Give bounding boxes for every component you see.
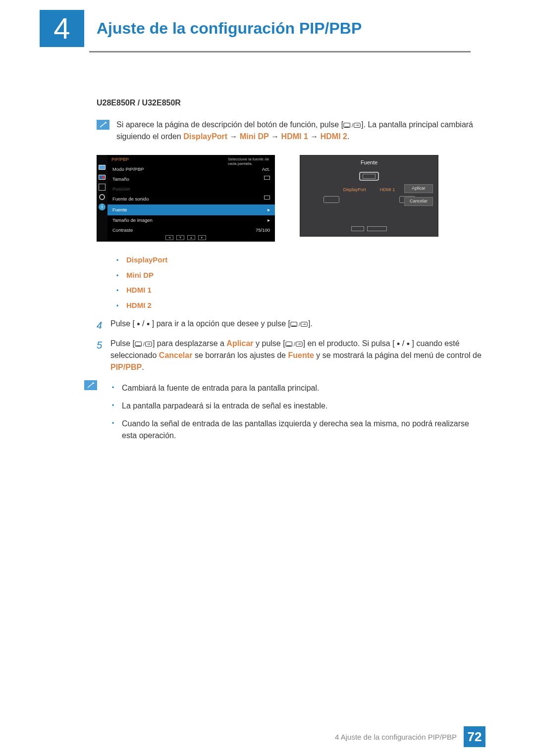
svg-text:/: / [352,122,353,128]
list-item: DisplayPort [126,255,167,264]
chevron-right-icon: ▸ [268,206,270,213]
svg-text:/: / [299,321,300,327]
step-4: 4 Pulse [ • / • ] para ir a la opción qu… [97,318,485,333]
model-heading: U28E850R / U32E850R [97,97,485,109]
chevron-right-icon: ▸ [268,217,270,224]
power-source-icon: / [135,341,153,348]
osd-menu-screenshot: i PIP/PBP Modo PIP/PBPAct. Tamaño Posici… [97,155,275,242]
svg-rect-9 [136,345,141,346]
src-dialog-title: Fuente [300,155,438,169]
svg-rect-13 [286,345,291,346]
bottom-ports-icon [351,226,387,231]
pip-icon [98,173,107,182]
osd-item-tamano-imagen: Tamaño de imagen▸ [107,215,275,225]
note-icon [84,380,97,390]
info-notes-list: Cambiará la fuente de entrada para la pa… [112,379,485,445]
note-icon [97,120,109,130]
gear-icon [98,193,107,202]
arrows-icon [98,183,107,192]
src-label-dp: DisplayPort [343,187,366,194]
power-source-icon: / [343,122,361,129]
svg-text:/: / [294,341,295,347]
power-source-icon: / [290,321,308,328]
monitor-icon [98,163,107,172]
osd-item-tamano: Tamaño [107,174,275,184]
osd-item-fuente-sonido: Fuente de sonido [107,194,275,204]
note-text: Si aparece la página de descripción del … [116,119,485,143]
chapter-title: Ajuste de la configuración PIP/PBP [97,19,362,38]
list-item: La pantalla parpadeará si la entrada de … [112,397,485,415]
apply-button: Aplicar [404,184,433,193]
src-label-hdmi1: HDMI 1 [380,187,395,194]
svg-text:/: / [143,341,145,347]
cancel-button: Cancelar [404,197,433,206]
list-item: Cuando la señal de entrada de las pantal… [112,415,485,445]
list-item: HDMI 1 [126,286,152,294]
step-5: 5 Pulse [/] para desplazarse a Aplicar y… [97,338,485,373]
osd-item-contraste: Contraste75/100 [107,225,275,235]
osd-hint: Seleccione la fuente de cada pantalla. [228,157,272,166]
svg-rect-1 [345,126,349,127]
port-icon [323,196,339,203]
chapter-number-badge: 4 [40,10,84,47]
svg-rect-5 [292,325,296,326]
list-item: Cambiará la fuente de entrada para la pa… [112,379,485,397]
osd-item-posicion: Posición [107,184,275,194]
list-item: HDMI 2 [126,301,152,309]
list-item: Mini DP [126,271,154,279]
osd-nav-icons: ◄▼▲► [165,235,206,240]
page-number: 72 [464,726,485,747]
sound-source-icon [264,196,270,200]
footer-text: 4 Ajuste de la configuración PIP/PBP [335,733,457,741]
info-icon: i [98,202,107,211]
source-dialog-screenshot: Fuente DisplayPort HDMI 1 Aplicar Cancel… [300,155,438,237]
sources-bullet-list: DisplayPort Mini DP HDMI 1 HDMI 2 [116,252,485,313]
size-icon [264,176,270,180]
osd-item-fuente: Fuente▸ [107,204,275,215]
power-source-icon: / [285,341,303,348]
monitor-icon [359,172,379,181]
